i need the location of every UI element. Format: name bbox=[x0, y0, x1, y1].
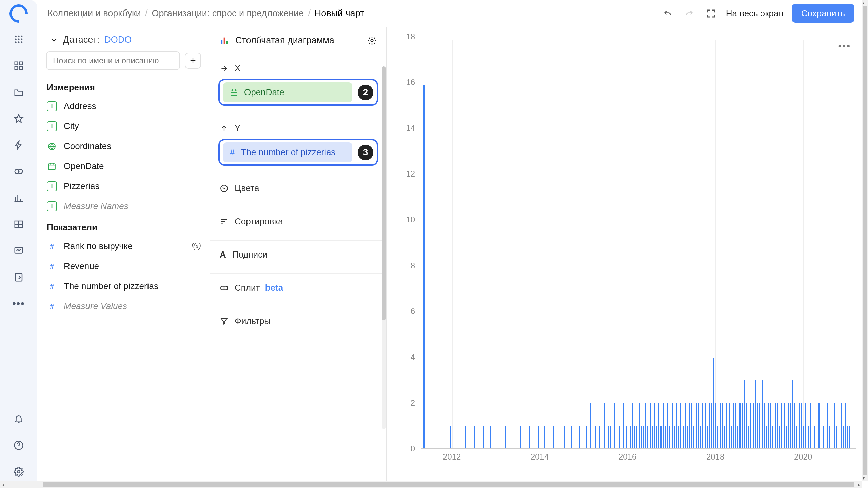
chart-icon[interactable] bbox=[13, 192, 25, 204]
svg-rect-9 bbox=[15, 62, 18, 65]
svg-rect-10 bbox=[20, 62, 23, 65]
field-measure-values[interactable]: #Measure Values bbox=[37, 296, 210, 316]
dataset-label: Датасет: bbox=[63, 35, 99, 45]
help-icon[interactable] bbox=[13, 439, 25, 451]
svg-point-19 bbox=[17, 470, 20, 473]
link-icon[interactable] bbox=[13, 165, 25, 178]
settings-icon[interactable] bbox=[13, 466, 25, 478]
field-measure-names[interactable]: TMeasure Names bbox=[37, 196, 210, 216]
breadcrumb-mid[interactable]: Организации: спрос и предложение bbox=[152, 8, 304, 19]
split-icon bbox=[220, 284, 229, 292]
logo[interactable] bbox=[0, 0, 37, 27]
y-axis-label: Y bbox=[235, 123, 240, 134]
add-field-button[interactable]: + bbox=[185, 53, 201, 69]
svg-point-2 bbox=[21, 36, 22, 37]
sort-icon bbox=[220, 217, 229, 226]
svg-point-7 bbox=[18, 41, 20, 43]
chart-type-name[interactable]: Столбчатая диаграмма bbox=[235, 35, 361, 46]
sort-label[interactable]: Сортировка bbox=[235, 216, 283, 227]
field-coordinates[interactable]: Coordinates bbox=[37, 136, 210, 156]
svg-point-1 bbox=[18, 36, 20, 37]
field-pizzerias[interactable]: TPizzerias bbox=[37, 176, 210, 196]
page-scrollbar-v[interactable]: ▴▾ bbox=[862, 0, 868, 481]
svg-point-0 bbox=[15, 36, 17, 37]
field-the-number-of-pizzerias[interactable]: #The number of pizzerias bbox=[37, 276, 210, 296]
gear-icon[interactable] bbox=[367, 36, 377, 45]
x-chip[interactable]: OpenDate bbox=[223, 82, 352, 102]
colors-label[interactable]: Цвета bbox=[235, 183, 259, 194]
field-revenue[interactable]: #Revenue bbox=[37, 256, 210, 276]
fields-panel: Датасет: DODO + Измерения TAddressTCityC… bbox=[37, 27, 210, 488]
chevron-down-icon[interactable] bbox=[50, 36, 58, 44]
dimensions-title: Измерения bbox=[37, 76, 210, 96]
apps-icon[interactable] bbox=[13, 33, 25, 45]
svg-rect-23 bbox=[224, 37, 225, 44]
report-icon[interactable] bbox=[13, 271, 25, 283]
svg-rect-24 bbox=[226, 41, 228, 44]
labels-aa-icon: A bbox=[220, 249, 226, 260]
field-rank-по-выручке[interactable]: #Rank по выручкеf(x) bbox=[37, 236, 210, 256]
undo-icon[interactable] bbox=[661, 7, 674, 20]
step-badge-3: 3 bbox=[358, 145, 373, 160]
y-chip[interactable]: # The number of pizzerias bbox=[223, 142, 352, 162]
page-scrollbar-h[interactable]: ◂▸ bbox=[0, 481, 862, 488]
header: Коллекции и воркбуки / Организации: спро… bbox=[0, 0, 868, 27]
breadcrumb-current: Новый чарт bbox=[315, 8, 364, 19]
field-opendate[interactable]: OpenDate bbox=[37, 156, 210, 176]
svg-point-6 bbox=[15, 41, 17, 43]
svg-point-4 bbox=[18, 39, 20, 40]
svg-rect-11 bbox=[15, 67, 18, 70]
svg-rect-26 bbox=[231, 90, 237, 96]
svg-point-5 bbox=[21, 39, 22, 40]
search-input[interactable] bbox=[46, 51, 180, 70]
split-label[interactable]: Сплит beta bbox=[235, 283, 283, 293]
breadcrumb-root[interactable]: Коллекции и воркбуки bbox=[47, 8, 141, 19]
config-panel: Столбчатая диаграмма X OpenDate 2 Y # bbox=[210, 27, 387, 488]
palette-icon bbox=[220, 184, 229, 193]
svg-rect-12 bbox=[20, 67, 23, 70]
svg-rect-22 bbox=[221, 40, 223, 44]
bar-chart-icon bbox=[220, 36, 229, 45]
field-city[interactable]: TCity bbox=[37, 116, 210, 136]
folder-icon[interactable] bbox=[13, 86, 25, 98]
filter-icon bbox=[220, 317, 229, 326]
dataset-name[interactable]: DODO bbox=[104, 35, 132, 45]
field-address[interactable]: TAddress bbox=[37, 96, 210, 116]
labels-label[interactable]: Подписи bbox=[232, 249, 268, 260]
bell-icon[interactable] bbox=[13, 413, 25, 425]
measures-title: Показатели bbox=[37, 216, 210, 236]
grid-icon[interactable] bbox=[13, 60, 25, 72]
star-icon[interactable] bbox=[13, 113, 25, 125]
svg-point-25 bbox=[371, 39, 373, 42]
redo-icon[interactable] bbox=[683, 7, 696, 20]
svg-rect-17 bbox=[15, 273, 22, 281]
more-icon[interactable]: ••• bbox=[13, 298, 25, 310]
fullscreen-icon[interactable] bbox=[704, 7, 718, 20]
arrow-right-icon bbox=[220, 64, 229, 73]
fullscreen-label[interactable]: На весь экран bbox=[726, 8, 784, 19]
config-scrollbar[interactable] bbox=[382, 66, 386, 429]
svg-rect-21 bbox=[48, 164, 55, 169]
svg-point-3 bbox=[15, 39, 17, 40]
svg-point-8 bbox=[21, 41, 22, 43]
filters-label[interactable]: Фильтры bbox=[235, 316, 271, 326]
x-axis-label: X bbox=[235, 63, 240, 74]
bolt-icon[interactable] bbox=[13, 139, 25, 151]
breadcrumb: Коллекции и воркбуки / Организации: спро… bbox=[37, 8, 661, 19]
chart-panel: ••• 024681012141618 20122014201620182020 bbox=[387, 27, 868, 488]
save-button[interactable]: Сохранить bbox=[792, 4, 854, 23]
table-icon[interactable] bbox=[13, 218, 25, 230]
step-badge-2: 2 bbox=[358, 85, 373, 100]
left-rail: ••• bbox=[0, 27, 37, 488]
arrow-up-icon bbox=[220, 124, 229, 133]
dashboard-icon[interactable] bbox=[13, 245, 25, 257]
